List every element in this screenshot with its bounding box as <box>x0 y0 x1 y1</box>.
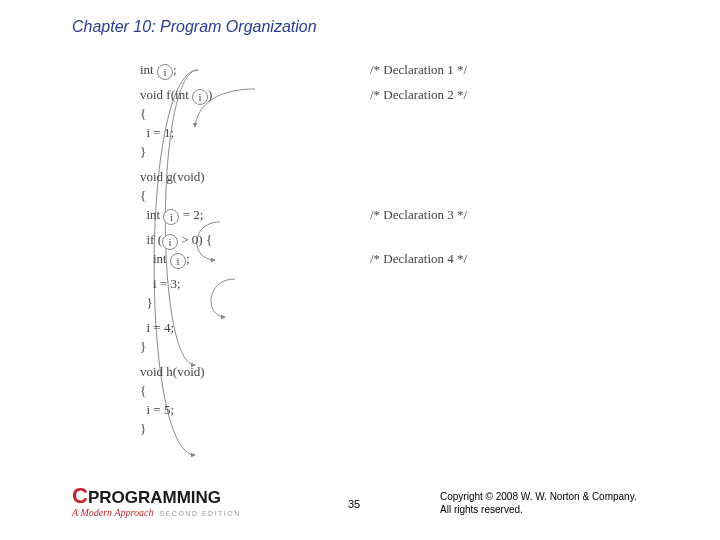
logo-subtitle: A Modern Approach <box>72 507 153 518</box>
chapter-title: Chapter 10: Program Organization <box>72 18 317 36</box>
code-diagram: int i; /* Declaration 1 */ void f(int i)… <box>140 60 660 438</box>
comment-decl4: /* Declaration 4 */ <box>370 249 467 268</box>
stmt-i5: i = 5; <box>140 400 370 419</box>
stmt-i3: i = 3; <box>140 274 370 293</box>
logo-edition: SECOND EDITION <box>159 510 240 517</box>
comment-decl2: /* Declaration 2 */ <box>370 85 467 104</box>
semicolon: ; <box>173 62 177 77</box>
var-i-cond: i <box>162 234 178 250</box>
page-number: 35 <box>348 498 360 510</box>
brace-open-g: { <box>140 186 370 205</box>
stmt-i1: i = 1; <box>140 123 370 142</box>
comment-decl3: /* Declaration 3 */ <box>370 205 467 224</box>
var-i-decl2: i <box>192 89 208 105</box>
paren-close: ) <box>208 87 212 102</box>
logo-programming: PROGRAMMING <box>88 488 221 507</box>
assign2: = 2; <box>179 207 203 222</box>
kw-int: int <box>140 62 157 77</box>
brace-close-if: } <box>140 293 370 312</box>
brace-close-g: } <box>140 337 370 356</box>
brace-open-h: { <box>140 381 370 400</box>
code-line-h-sig: void h(void) <box>140 362 370 381</box>
copyright-line1: Copyright © 2008 W. W. Norton & Company. <box>440 490 637 503</box>
kw-int-inner: int <box>140 251 170 266</box>
var-i-decl4: i <box>170 253 186 269</box>
code-line-decl4: int i; <box>140 249 370 268</box>
copyright-notice: Copyright © 2008 W. W. Norton & Company.… <box>440 490 637 516</box>
code-line-if: if (i > 0) { <box>140 230 370 249</box>
code-line-g-sig: void g(void) <box>140 167 370 186</box>
logo-c-letter: C <box>72 483 88 508</box>
kw-voidf: void f(int <box>140 87 192 102</box>
var-i-decl3: i <box>163 209 179 225</box>
copyright-line2: All rights reserved. <box>440 503 637 516</box>
stmt-i4: i = 4; <box>140 318 370 337</box>
kw-int-g: int <box>140 207 163 222</box>
cond-tail: > 0) { <box>178 232 212 247</box>
var-i-decl1: i <box>157 64 173 80</box>
kw-if: if ( <box>140 232 162 247</box>
book-logo: CPROGRAMMING A Modern ApproachSECOND EDI… <box>72 483 241 518</box>
semicolon4: ; <box>186 251 190 266</box>
comment-decl1: /* Declaration 1 */ <box>370 60 467 79</box>
brace-close-h: } <box>140 419 370 438</box>
code-line-f-sig: void f(int i) <box>140 85 370 104</box>
brace-open-f: { <box>140 104 370 123</box>
brace-close-f: } <box>140 142 370 161</box>
code-line-decl3: int i = 2; <box>140 205 370 224</box>
code-line-decl1: int i; <box>140 60 370 79</box>
